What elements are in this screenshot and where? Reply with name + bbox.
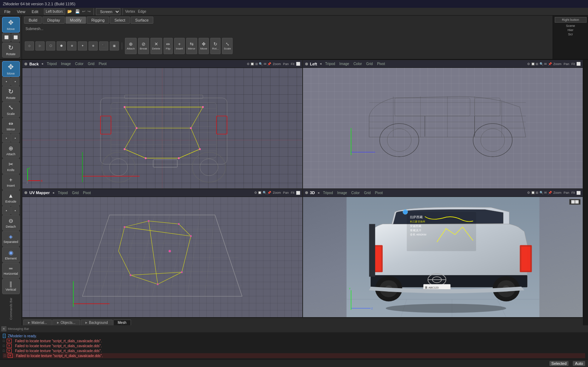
vp-back-expand[interactable]: ⬜ (296, 62, 300, 66)
tab-rigging[interactable]: Rigging (87, 17, 109, 24)
tool-horizontal[interactable]: ═ Horizontal (2, 263, 20, 278)
tool-detach[interactable]: ⊖ Detach (2, 215, 20, 231)
sub-btn-b[interactable]: ▪ (11, 77, 19, 86)
tab-select[interactable]: Select (110, 17, 130, 24)
vp-left-grid[interactable]: Grid (365, 62, 374, 66)
vp-back-zoom[interactable]: Zoom (272, 62, 281, 66)
scale-btn[interactable]: ⤡ Scale (222, 38, 233, 54)
vp-uv-fit[interactable]: Fit (290, 191, 295, 194)
vp-3d-fit[interactable]: Fit (571, 191, 576, 194)
move-btn[interactable]: ✥ Move (199, 38, 209, 54)
tab-modify[interactable]: Modify (65, 17, 86, 24)
submesh-btn-1[interactable]: ◇ (25, 41, 34, 51)
vp-3d-tripod[interactable]: Tripod (322, 191, 334, 195)
toolbar-icon-1[interactable]: 📂 (67, 9, 72, 14)
submesh-btn-7[interactable]: ⊗ (89, 41, 98, 51)
submesh-btn-9[interactable]: ▦ (110, 41, 119, 51)
break-btn[interactable]: ⊘ Break (138, 38, 149, 54)
tool-vertical[interactable]: ║ Vertical (2, 279, 20, 294)
submesh-btn-8[interactable]: ⬛ (99, 41, 108, 51)
tab-mesh[interactable]: Mesh (113, 320, 131, 325)
vp-uv-pan[interactable]: Pan (282, 191, 289, 194)
rotate-tool[interactable]: ↻ Rotate (2, 42, 20, 58)
vp-left-color[interactable]: Color (352, 62, 363, 66)
mirror-btn[interactable]: ⇆ Mirror (186, 38, 197, 54)
submesh-btn-5[interactable]: ⊕ (67, 41, 76, 51)
submesh-btn-2[interactable]: ▷ (35, 41, 45, 51)
tool-extrude[interactable]: ▲ Extrude (2, 190, 20, 206)
vp-uv-expand[interactable]: ⬜ (296, 191, 300, 195)
vp-uv-grid[interactable]: Grid (71, 191, 80, 195)
menu-view[interactable]: View (14, 9, 28, 14)
attach-btn[interactable]: ⊕ Attach (125, 38, 137, 54)
tab-build[interactable]: Build (24, 17, 42, 24)
vp-back-image[interactable]: Image (60, 62, 72, 66)
vp-back-tripod[interactable]: Tripod (46, 62, 58, 66)
sub-btn-f[interactable]: ▪ (11, 206, 19, 215)
vp-3d-grid[interactable]: Grid (363, 191, 372, 195)
rot-btn[interactable]: ↻ Rot... (210, 38, 221, 54)
tab-display[interactable]: Display (42, 17, 64, 24)
sub-btn-c[interactable]: ▪ (2, 134, 11, 142)
tool-element[interactable]: ◉ Element (2, 247, 20, 262)
vp-left-image[interactable]: Image (338, 62, 350, 66)
vp-left-pivot[interactable]: Pivot (376, 62, 386, 66)
tool-scale[interactable]: ⤡ Scale (2, 102, 20, 117)
vp-3d-zoom[interactable]: Zoom (553, 191, 562, 194)
sub-btn-d[interactable]: ▪ (11, 134, 19, 142)
vp-left-tripod[interactable]: Tripod (324, 62, 336, 66)
edge-mode-label[interactable]: Edge (138, 10, 146, 13)
log-close-btn[interactable]: ✕ (1, 326, 6, 331)
toolbar-icon-2[interactable]: 💾 (75, 9, 80, 14)
vp-3d-pivot[interactable]: Pivot (374, 191, 384, 195)
viewport-3d-content[interactable]: 拉萨西藏 长江源 甘孜州 穿越西藏 青藏滇川 全长 4692KM (303, 197, 583, 318)
vp-back-pivot[interactable]: Pivot (98, 62, 108, 66)
flip-btn[interactable]: ⇔ Flip (164, 38, 173, 54)
tool-attach[interactable]: ⊕ Attach (2, 142, 20, 158)
toolbar-icon-3[interactable]: ↩ (82, 9, 85, 14)
tab-material[interactable]: ▶ Material... (23, 320, 52, 325)
small-btn-2[interactable]: ⬜ (11, 33, 20, 42)
vp-left-expand[interactable]: ⬜ (576, 62, 581, 66)
insert-btn[interactable]: + Insert (174, 38, 185, 54)
submesh-btn-4[interactable]: ⬢ (57, 41, 66, 51)
tool-mirror[interactable]: ⇔ Mirror (2, 118, 20, 133)
right-button-btn[interactable]: Right button (555, 17, 587, 23)
tool-separated[interactable]: ◈ Separated (2, 231, 20, 246)
tool-insert[interactable]: + Insert (2, 174, 20, 190)
left-button-dropdown[interactable]: Left button: (44, 8, 65, 14)
vp-3d-pan[interactable]: Pan (563, 191, 570, 194)
menu-file[interactable]: File (1, 9, 13, 14)
submesh-btn-3[interactable]: ⬡ (46, 41, 55, 51)
vp-back-fit[interactable]: Fit (290, 62, 295, 66)
vp-uv-tripod[interactable]: Tripod (57, 191, 69, 195)
vertex-mode-label[interactable]: Vertex (125, 10, 135, 13)
vp-uv-zoom[interactable]: Zoom (272, 191, 281, 194)
viewport-back-content[interactable]: X Y Z (22, 68, 302, 188)
screen-dropdown[interactable]: Screen (96, 8, 120, 15)
vp-left-zoom[interactable]: Zoom (553, 62, 562, 66)
sub-btn-e[interactable]: ▪ (2, 206, 11, 215)
move-tool[interactable]: ✥ Move (2, 17, 20, 33)
vp-uv-pivot[interactable]: Pivot (82, 191, 92, 195)
small-btn-1[interactable]: ⬜ (2, 33, 11, 42)
tool-knife[interactable]: ✂ Knife (2, 158, 20, 174)
tab-surface[interactable]: Surface (131, 17, 153, 24)
vp-left-fit[interactable]: Fit (571, 62, 576, 66)
sub-btn-a[interactable]: ▪ (2, 77, 11, 86)
tab-background[interactable]: ▶ Background (81, 320, 112, 325)
vp-back-pan[interactable]: Pan (282, 62, 289, 66)
tool-move[interactable]: ✥ Move (2, 61, 20, 77)
menu-edit[interactable]: Edit (29, 9, 41, 14)
viewport-left-content[interactable] (303, 68, 583, 188)
vp-back-grid[interactable]: Grid (87, 62, 96, 66)
vp-3d-color[interactable]: Color (350, 191, 361, 195)
vp-3d-image[interactable]: Image (336, 191, 348, 195)
delete-btn[interactable]: ✕ Delete (150, 38, 162, 54)
submesh-btn-6[interactable]: ✦ (78, 41, 87, 51)
vp-left-pan[interactable]: Pan (563, 62, 570, 66)
viewport-uv-content[interactable] (22, 197, 302, 318)
vp-back-color[interactable]: Color (74, 62, 85, 66)
toolbar-icon-4[interactable]: ↪ (87, 9, 91, 14)
vp-3d-expand[interactable]: ⬜ (576, 191, 581, 195)
